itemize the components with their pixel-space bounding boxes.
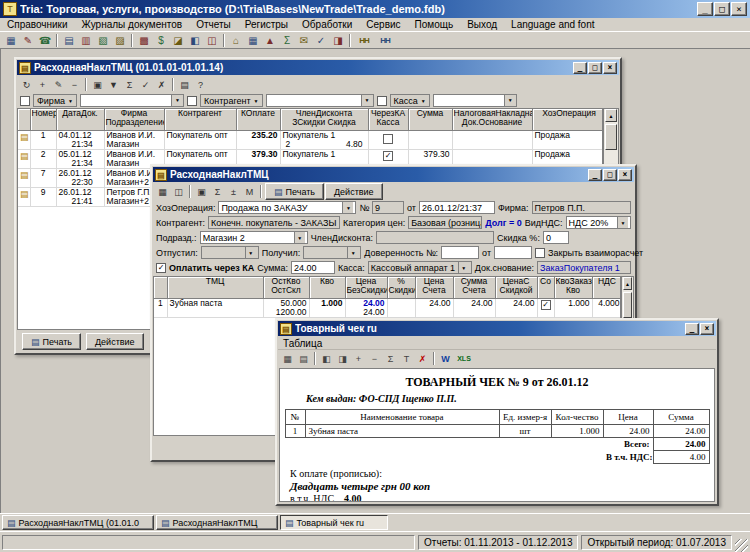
menu-zhurnaly-dokumentov[interactable]: Журналы документов: [75, 19, 190, 30]
item-row[interactable]: 1 Зубная паста 50.0001200.00 1.000 24.00…: [154, 298, 621, 317]
reports-icon[interactable]: ▨: [112, 33, 128, 48]
delete-icon[interactable]: −: [67, 78, 82, 92]
journal-icon[interactable]: ▥: [78, 33, 94, 48]
check-icon[interactable]: ✓: [313, 33, 329, 48]
proxy-number-field[interactable]: [441, 246, 479, 259]
refresh-icon[interactable]: ↻: [19, 78, 34, 92]
partners-icon[interactable]: ◫: [204, 33, 220, 48]
column-header-chlendiskonta[interactable]: ЧленДисконтаЗСкидки Скидка: [280, 109, 368, 130]
action-button[interactable]: Действие: [86, 333, 144, 350]
contragent-filter-select[interactable]: Контрагент ▼: [200, 94, 263, 107]
copy-icon[interactable]: ▣: [90, 78, 105, 92]
sum-icon[interactable]: Σ: [122, 78, 137, 92]
excel-export-icon[interactable]: XLS: [454, 352, 474, 366]
column-header-nds[interactable]: НДС: [592, 277, 621, 298]
journal-row[interactable]: ▤ 1 04.01.1221:34 Иванов И.И.Магазин Пок…: [18, 130, 603, 149]
copy-icon[interactable]: ▣: [194, 185, 209, 199]
contragent-field[interactable]: Конечн. покупатель - ЗАКАЗЫ: [208, 216, 340, 229]
notes-icon[interactable]: ✎: [20, 33, 36, 48]
scroll-thumb[interactable]: [605, 124, 617, 150]
pay-through-ka-checkbox[interactable]: ✓: [156, 263, 166, 273]
firm-filter-checkbox[interactable]: [20, 96, 30, 106]
column-header-so[interactable]: Со: [537, 277, 554, 298]
sum-icon[interactable]: Σ: [383, 352, 398, 366]
close-icon[interactable]: ✗: [415, 352, 430, 366]
column-header-sum-account[interactable]: СуммаСчета: [453, 277, 495, 298]
column-header-tmc[interactable]: ТМЦ: [167, 277, 263, 298]
chevron-down-icon[interactable]: ▼: [171, 95, 183, 106]
base-doc-field[interactable]: ЗаказПокупателя 1: [537, 261, 631, 274]
close-button[interactable]: ×: [618, 169, 632, 181]
print-button[interactable]: ▤ Печать: [22, 333, 81, 350]
save-close-icon[interactable]: ◫: [171, 185, 186, 199]
proxy-date-field[interactable]: [494, 246, 532, 259]
print-button[interactable]: ▤ Печать: [265, 183, 324, 200]
contragent-filter-checkbox[interactable]: [187, 96, 197, 106]
taskbar-item-journal[interactable]: ▤ РасходнаяНаклТМЦ (01.01.0: [2, 515, 154, 530]
menu-language-font[interactable]: Language and font: [504, 19, 601, 30]
preview-icon[interactable]: ◧: [319, 352, 334, 366]
receipt-titlebar[interactable]: ▤ Товарный чек ru _ ×: [278, 321, 716, 336]
discount-member-field[interactable]: [376, 231, 494, 244]
sum-field[interactable]: 24.00: [291, 261, 335, 274]
menu-vyhod[interactable]: Выход: [460, 19, 504, 30]
firm-filter-select[interactable]: Фирма ▼: [33, 94, 77, 107]
maximize-button[interactable]: □: [714, 2, 730, 16]
mail-icon[interactable]: ✉: [296, 33, 312, 48]
chevron-down-icon[interactable]: ▼: [458, 262, 469, 273]
menu-otchety[interactable]: Отчеты: [189, 19, 238, 30]
cherezka-checkbox[interactable]: [383, 134, 393, 144]
save-icon[interactable]: ▦: [155, 185, 170, 199]
minimize-button[interactable]: _: [573, 62, 587, 74]
minimize-button[interactable]: _: [685, 323, 699, 335]
chevron-down-icon[interactable]: ▼: [342, 202, 353, 213]
contragent-filter-value[interactable]: ▼: [266, 94, 374, 107]
resize-grip[interactable]: [735, 539, 748, 552]
mark-icon[interactable]: ✓: [138, 78, 153, 92]
phone-icon[interactable]: ☎: [37, 33, 53, 48]
released-select[interactable]: ▼: [201, 246, 259, 259]
menu-servis[interactable]: Сервис: [359, 19, 407, 30]
calc-icon[interactable]: ±: [226, 185, 241, 199]
chevron-down-icon[interactable]: ▼: [361, 95, 373, 106]
bank-icon[interactable]: ⌂: [228, 33, 244, 48]
goods-icon[interactable]: ◧: [187, 33, 203, 48]
vat-kind-select[interactable]: НДС 20% ▼: [566, 216, 631, 229]
column-header-price[interactable]: ЦенаБезСкидки: [345, 277, 387, 298]
taskbar-item-document[interactable]: ▤ РасходнаяНаклТМЦ: [156, 515, 278, 530]
column-header-cherezka[interactable]: ЧерезКАКасса: [368, 109, 408, 130]
discount-pct-field[interactable]: 0: [543, 231, 569, 244]
close-button[interactable]: ×: [731, 2, 747, 16]
chevron-down-icon[interactable]: ▼: [294, 232, 305, 243]
money-icon[interactable]: $: [153, 33, 169, 48]
discount-icon[interactable]: М: [242, 185, 257, 199]
menu-pomosch[interactable]: Помощь: [408, 19, 461, 30]
help-icon[interactable]: ?: [193, 78, 208, 92]
doc-number-field[interactable]: 9: [372, 201, 404, 214]
column-header-nomer[interactable]: Номер: [30, 109, 56, 130]
column-header-firma[interactable]: ФирмаПодразделение: [104, 109, 164, 130]
word-export-icon[interactable]: W: [438, 352, 453, 366]
layout-icon[interactable]: ◨: [335, 352, 350, 366]
received-select[interactable]: ▼: [303, 246, 361, 259]
calculator-icon[interactable]: ▦: [3, 33, 19, 48]
kassa-select[interactable]: Кассовый аппарат 1▼: [368, 261, 472, 274]
filter-icon[interactable]: ▼: [106, 78, 121, 92]
text-icon[interactable]: Т: [399, 352, 414, 366]
catalog-icon[interactable]: ▤: [61, 33, 77, 48]
cherezka-checkbox[interactable]: ✓: [383, 151, 393, 161]
column-header-price-discounted[interactable]: ЦенаССкидкой: [495, 277, 537, 298]
settings-icon[interactable]: ◨: [330, 33, 346, 48]
cancel-icon[interactable]: ✗: [154, 78, 169, 92]
del-row-icon[interactable]: −: [367, 352, 382, 366]
department-select[interactable]: Магазин 2 ▼: [200, 231, 308, 244]
scroll-up-icon[interactable]: ▲: [605, 109, 617, 122]
sum-icon[interactable]: Σ: [279, 33, 295, 48]
hozoperacia-select[interactable]: Продажа по ЗАКАЗУ ▼: [218, 201, 356, 214]
font-large-icon[interactable]: НН: [375, 33, 395, 48]
column-header-ostkvo[interactable]: ОстКвоОстСкл: [263, 277, 309, 298]
maximize-button[interactable]: □: [588, 62, 602, 74]
menu-tablica[interactable]: Таблица: [283, 338, 322, 349]
add-icon[interactable]: +: [35, 78, 50, 92]
recalc-icon[interactable]: Σ: [210, 185, 225, 199]
